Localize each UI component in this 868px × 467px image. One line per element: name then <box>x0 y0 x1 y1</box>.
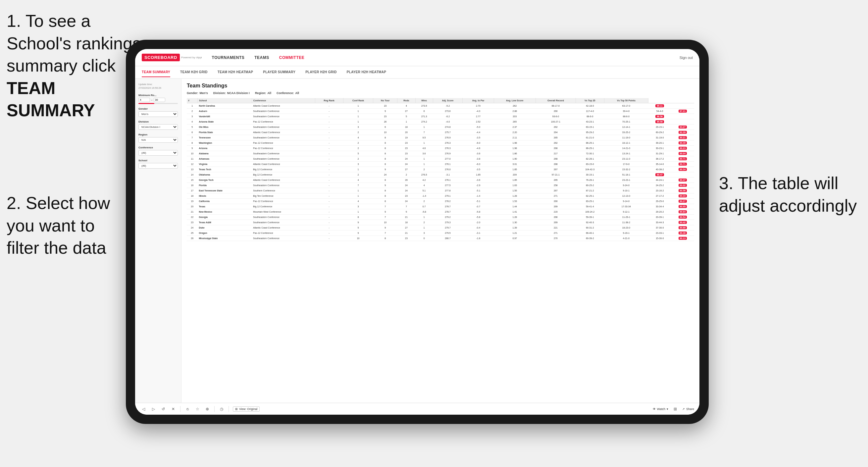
col-conference: Conference <box>252 98 315 103</box>
region-select[interactable]: N/A All <box>138 137 178 143</box>
tab-team-summary[interactable]: TEAM SUMMARY <box>142 68 170 77</box>
table-row[interactable]: 24DukeAtlantic Coast Conference-59271279… <box>187 225 694 230</box>
toolbar-stop-icon[interactable]: ✕ <box>170 406 176 412</box>
col-school: School <box>198 98 252 103</box>
table-row[interactable]: 15Georgia TechAtlantic Coast Conference-… <box>187 178 694 183</box>
min-rank-to-input[interactable] <box>154 98 165 102</box>
table-row[interactable]: 10AlabamaSoutheastern Conference-58233.6… <box>187 151 694 156</box>
table-body: 1North CarolinaAtlantic Coast Conference… <box>187 103 694 241</box>
filter-conference: Conference (All) <box>138 146 178 156</box>
conference-label: Conference <box>138 146 178 149</box>
table-filter-row: Gender: Men's Division: NCAA Division I … <box>187 91 694 95</box>
toolbar-sep-3 <box>228 406 229 412</box>
table-row[interactable]: 6Florida StateAtlantic Coast Conference-… <box>187 130 694 135</box>
share-button[interactable]: ↗ Share <box>682 407 694 411</box>
col-vs-top-25: Vs Top 25 <box>576 98 604 103</box>
filter-division: Division NCAA Division I NCAA Division I… <box>138 120 178 130</box>
col-avg-to-par: Avg. to Par <box>463 98 494 103</box>
bottom-toolbar: ◁ ▷ ↺ ✕ ⎋ ☆ ⊕ ◷ ⊞ View: Original 👁 Watch… <box>135 403 700 415</box>
tablet-screen: SCOREBOARD Powered by clippi TOURNAMENTS… <box>135 49 700 415</box>
tab-team-h2h-heatmap[interactable]: TEAM H2H HEATMAP <box>218 68 253 77</box>
nav-teams[interactable]: TEAMS <box>254 55 269 60</box>
nav-tournaments[interactable]: TOURNAMENTS <box>212 55 245 60</box>
gender-select[interactable]: Men's Women's <box>138 111 178 117</box>
division-select[interactable]: NCAA Division I NCAA Division II <box>138 124 178 130</box>
table-row[interactable]: 5Ole MissSoutheastern Conference-3618127… <box>187 125 694 130</box>
min-rank-from-input[interactable] <box>138 98 150 102</box>
toolbar-clock-icon[interactable]: ◷ <box>219 406 224 412</box>
col-adj-score: Adj. Score <box>433 98 463 103</box>
table-row[interactable]: 26Mississippi StateSoutheastern Conferen… <box>187 236 694 241</box>
col-no-tour: No Tour <box>373 98 397 103</box>
col-conf-rank: Conf Rank <box>343 98 373 103</box>
logo-subtitle: Powered by clippi <box>181 56 202 59</box>
table-row[interactable]: 2AuburnSoutheastern Conference-19276273.… <box>187 108 694 114</box>
table-header-row: # School Conference Reg Rank Conf Rank N… <box>187 98 694 103</box>
region-label: Region <box>138 133 178 136</box>
col-rank: # <box>187 98 198 103</box>
table-row[interactable]: 25OregonPac-12 Conference-97213279.5-3.1… <box>187 230 694 236</box>
table-row[interactable]: 13Texas TechBig 12 Conference-19272276.0… <box>187 167 694 172</box>
instruction-step-3: 3. The table will adjust accordingly <box>719 172 858 217</box>
tab-player-h2h-heatmap[interactable]: PLAYER H2H HEATMAP <box>347 68 386 77</box>
table-row[interactable]: 18IllinoisBig Ten Conference-1823-1.4279… <box>187 193 694 199</box>
tab-player-summary[interactable]: PLAYER SUMMARY <box>263 68 296 77</box>
table-row[interactable]: 20TexasBig 12 Conference-3770.7278.7-0.7… <box>187 204 694 209</box>
table-row[interactable]: 11ArkansasSoutheastern Conference-282412… <box>187 156 694 162</box>
toolbar-refresh-icon[interactable]: ↺ <box>160 406 166 412</box>
table-row[interactable]: 21New MexicoMountain West Conference-195… <box>187 209 694 215</box>
col-wins: Wins <box>415 98 433 103</box>
filter-gender: Gender Men's Women's <box>138 107 178 117</box>
standings-table: # School Conference Reg Rank Conf Rank N… <box>187 98 694 241</box>
col-overall-record: Overall Record <box>535 98 576 103</box>
col-avg-low-score: Avg. Low Score <box>494 98 535 103</box>
view-original-button[interactable]: ⊞ View: Original <box>233 406 260 412</box>
toolbar-forward-icon[interactable]: ▷ <box>150 406 156 412</box>
min-rank-label: Minimum Ro... <box>138 94 178 97</box>
table-row[interactable]: 9ArizonaPac-12 Conference-28234.6276.3-4… <box>187 146 694 151</box>
toolbar-back-icon[interactable]: ◁ <box>141 406 146 412</box>
school-label: School <box>138 159 178 162</box>
eye-icon: 👁 <box>653 407 656 411</box>
tablet-frame: SCOREBOARD Powered by clippi TOURNAMENTS… <box>126 40 709 424</box>
col-vs-top-50-points: Vs Top 50 Points <box>604 98 648 103</box>
tab-player-h2h-grid[interactable]: PLAYER H2H GRID <box>305 68 337 77</box>
table-division-filter: Division: NCAA Division I <box>213 91 250 95</box>
table-row[interactable]: 14OklahomaBig 12 Conference-2242276.5-3.… <box>187 172 694 178</box>
slider-fill <box>138 103 154 104</box>
toolbar-grid-icon[interactable]: ⊞ <box>672 406 678 412</box>
table-row[interactable]: 4Arizona StatePac-12 Conference-1261274.… <box>187 119 694 125</box>
table-row[interactable]: 3VanderbiltSoutheastern Conference-12352… <box>187 114 694 119</box>
sub-nav: TEAM SUMMARY TEAM H2H GRID TEAM H2H HEAT… <box>135 66 700 79</box>
table-row[interactable]: 16FloridaSoutheastern Conference-7924427… <box>187 183 694 188</box>
division-label: Division <box>138 120 178 123</box>
gender-label: Gender <box>138 107 178 110</box>
table-row[interactable]: 12VirginiaAtlantic Coast Conference-3824… <box>187 162 694 167</box>
logo-area: SCOREBOARD Powered by clippi <box>142 54 202 61</box>
table-row[interactable]: 7TennesseeSoutheastern Conference-48199.… <box>187 135 694 141</box>
table-row[interactable]: 8WashingtonPac-12 Conference-28231276.3-… <box>187 141 694 146</box>
table-region-filter: Region: All <box>255 91 271 95</box>
table-row[interactable]: 17East Tennessee StateSouthern Conferenc… <box>187 188 694 193</box>
nav-bar: SCOREBOARD Powered by clippi TOURNAMENTS… <box>135 49 700 66</box>
rank-slider[interactable] <box>138 103 178 104</box>
table-row[interactable]: 19CaliforniaPac-12 Conference-48242278.2… <box>187 199 694 204</box>
table-row[interactable]: 23Texas A&MSoutheastern Conference-91018… <box>187 220 694 225</box>
table-area: Team Standings Gender: Men's Division: N… <box>182 79 700 403</box>
table-row[interactable]: 1North CarolinaAtlantic Coast Conference… <box>187 103 694 108</box>
nav-committee[interactable]: COMMITTEE <box>279 55 305 60</box>
table-row[interactable]: 22GeorgiaSoutheastern Conference-8721127… <box>187 215 694 220</box>
school-select[interactable]: (All) <box>138 163 178 168</box>
tab-team-h2h-grid[interactable]: TEAM H2H GRID <box>180 68 208 77</box>
share-icon: ↗ <box>682 407 685 411</box>
conference-select[interactable]: (All) <box>138 150 178 156</box>
filter-school: School (All) <box>138 159 178 168</box>
toolbar-plus-icon[interactable]: ⊕ <box>204 406 210 412</box>
filter-region: Region N/A All <box>138 133 178 143</box>
sign-out-link[interactable]: Sign out <box>680 56 693 60</box>
sidebar-filters: Update time: 27/03/2024 16:56:26 Minimum… <box>135 79 182 403</box>
toolbar-bookmark-icon[interactable]: ☆ <box>194 406 200 412</box>
toolbar-share-icon[interactable]: ⎋ <box>184 406 190 412</box>
watch-button[interactable]: 👁 Watch ▾ <box>653 407 668 411</box>
table-title: Team Standings <box>187 83 694 89</box>
